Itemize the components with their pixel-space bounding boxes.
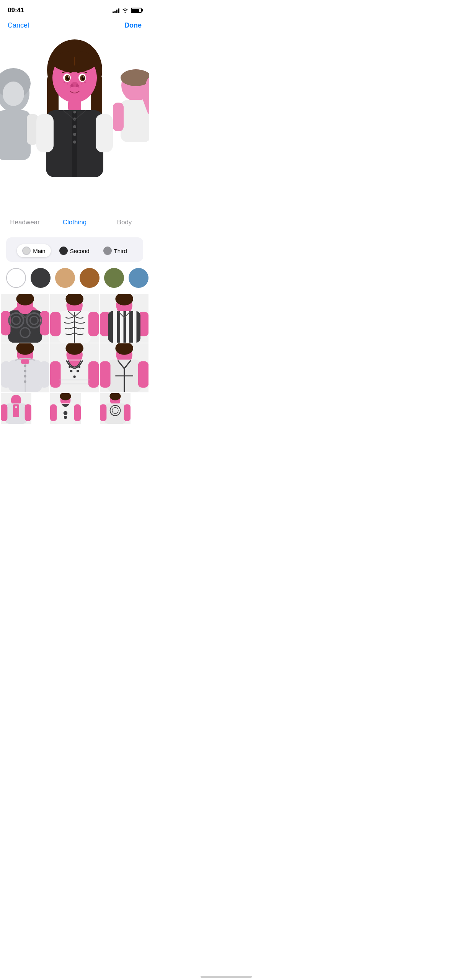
swatch-dark-gray[interactable] — [31, 268, 51, 288]
variant-third[interactable]: Third — [98, 244, 132, 257]
svg-point-38 — [73, 133, 76, 136]
svg-point-118 — [15, 406, 17, 408]
svg-point-126 — [64, 416, 67, 419]
battery-icon — [131, 8, 142, 13]
tab-headwear[interactable]: Headwear — [0, 216, 50, 231]
clothing-item-2[interactable] — [50, 294, 99, 343]
variant-second[interactable]: Second — [54, 244, 95, 257]
clothing-grid — [0, 291, 149, 427]
avatar-section — [0, 36, 149, 212]
svg-rect-46 — [147, 78, 149, 86]
variant-third-label: Third — [114, 248, 127, 254]
svg-rect-116 — [25, 404, 31, 421]
svg-point-99 — [77, 370, 79, 372]
svg-rect-65 — [88, 312, 99, 336]
clothing-item-6[interactable] — [100, 343, 148, 392]
clothing-item-5[interactable] — [50, 343, 99, 392]
clothing-item-1[interactable] — [1, 294, 49, 343]
status-time: 09:41 — [8, 7, 24, 14]
svg-rect-33 — [36, 114, 54, 152]
svg-point-88 — [24, 375, 26, 377]
svg-rect-34 — [96, 114, 113, 152]
variant-main-dot — [22, 247, 31, 255]
svg-point-28 — [84, 82, 86, 83]
svg-rect-123 — [74, 404, 81, 421]
svg-point-86 — [24, 365, 26, 367]
svg-rect-83 — [1, 361, 11, 388]
clothing-item-3[interactable] — [100, 294, 148, 343]
svg-point-98 — [73, 376, 76, 378]
swatch-brown[interactable] — [80, 268, 100, 288]
swatch-white[interactable] — [6, 268, 26, 288]
swatch-tan[interactable] — [55, 268, 75, 288]
clothing-item-4[interactable] — [1, 343, 49, 392]
svg-point-40 — [73, 111, 76, 114]
svg-point-101 — [78, 366, 80, 368]
svg-point-29 — [70, 87, 71, 88]
svg-point-21 — [83, 77, 85, 78]
svg-rect-84 — [39, 361, 50, 388]
svg-point-26 — [67, 83, 68, 85]
svg-rect-90 — [21, 360, 29, 364]
swatch-olive[interactable] — [104, 268, 124, 288]
svg-rect-35 — [72, 111, 77, 177]
svg-point-89 — [24, 381, 26, 383]
category-tabs: Headwear Clothing Body — [0, 212, 149, 231]
svg-rect-115 — [1, 404, 7, 421]
variant-main[interactable]: Main — [17, 244, 51, 257]
clothing-item-9[interactable] — [100, 393, 131, 424]
variant-second-dot — [59, 247, 68, 255]
svg-rect-78 — [136, 311, 140, 343]
svg-point-39 — [73, 140, 76, 144]
svg-rect-77 — [129, 311, 133, 343]
svg-point-87 — [24, 370, 26, 372]
svg-point-97 — [70, 370, 72, 372]
svg-rect-3 — [0, 110, 31, 160]
signal-icon — [113, 8, 119, 13]
variant-third-dot — [103, 247, 112, 255]
svg-point-30 — [78, 87, 80, 88]
svg-rect-74 — [108, 311, 113, 343]
svg-rect-132 — [124, 404, 130, 421]
clothing-item-7[interactable] — [1, 393, 31, 424]
tab-body[interactable]: Body — [100, 216, 149, 231]
nav-bar: Cancel Done — [0, 18, 149, 36]
svg-rect-75 — [117, 311, 120, 343]
status-icons — [113, 8, 142, 13]
variant-main-label: Main — [33, 248, 46, 254]
avatar-right[interactable] — [111, 59, 149, 196]
svg-point-57 — [20, 328, 30, 337]
svg-point-125 — [64, 411, 68, 415]
svg-rect-109 — [138, 361, 148, 388]
done-button[interactable]: Done — [124, 21, 142, 29]
svg-point-23 — [70, 84, 73, 87]
avatar-center — [31, 36, 119, 212]
cancel-button[interactable]: Cancel — [8, 21, 29, 29]
svg-point-37 — [73, 125, 76, 128]
swatch-blue[interactable] — [129, 268, 148, 288]
color-swatches-row — [0, 262, 149, 291]
tab-clothing[interactable]: Clothing — [50, 216, 100, 231]
svg-rect-122 — [50, 404, 57, 421]
svg-point-25 — [64, 82, 65, 83]
svg-point-100 — [69, 366, 71, 368]
clothing-item-8[interactable] — [50, 393, 81, 424]
svg-rect-31 — [68, 100, 81, 111]
status-bar: 09:41 — [0, 0, 149, 18]
svg-point-27 — [82, 83, 83, 85]
variant-second-label: Second — [70, 248, 90, 254]
svg-rect-108 — [100, 361, 111, 388]
svg-point-2 — [3, 82, 24, 106]
svg-rect-131 — [100, 404, 106, 421]
svg-rect-64 — [50, 312, 61, 336]
svg-rect-43 — [121, 100, 149, 142]
svg-rect-47 — [113, 103, 124, 131]
svg-point-20 — [68, 77, 69, 78]
wifi-icon — [122, 8, 129, 13]
svg-point-24 — [76, 84, 79, 87]
variant-selector: Main Second Third — [6, 237, 143, 262]
